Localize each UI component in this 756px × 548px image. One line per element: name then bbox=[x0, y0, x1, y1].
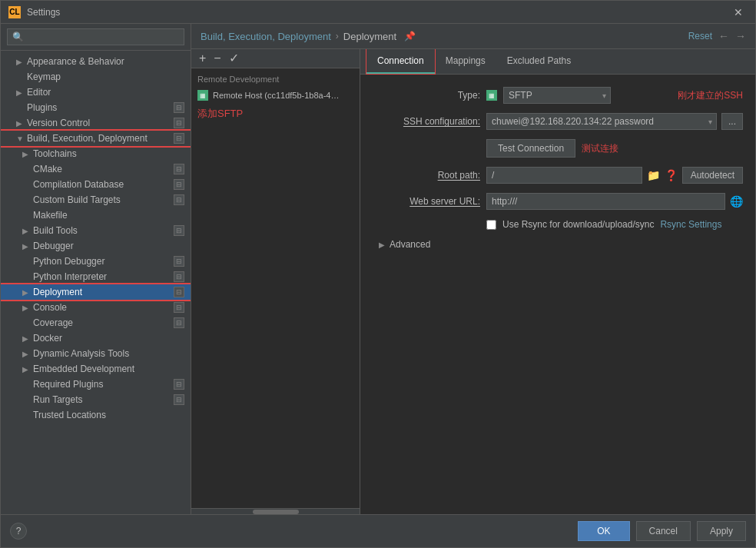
sidebar-item-build-tools[interactable]: ▶ Build Tools ⊟ bbox=[1, 223, 191, 238]
remove-server-button[interactable]: − bbox=[212, 52, 222, 65]
sidebar-label: Debugger bbox=[33, 241, 74, 251]
arrow-icon: ▶ bbox=[22, 304, 30, 312]
badge-icon: ⊟ bbox=[174, 271, 184, 282]
sidebar-label: Toolchains bbox=[33, 148, 77, 159]
tab-connection[interactable]: Connection bbox=[366, 49, 435, 74]
bottom-bar: ? OK Cancel Apply bbox=[1, 514, 755, 547]
deploy-right: Connection Mappings Excluded Paths bbox=[360, 49, 755, 514]
sidebar-item-trusted-locations[interactable]: Trusted Locations bbox=[1, 407, 191, 423]
sidebar-item-console[interactable]: ▶ Console ⊟ bbox=[1, 300, 191, 315]
remote-dev-label: Remote Development bbox=[191, 71, 360, 87]
breadcrumb-current: Deployment bbox=[343, 31, 396, 42]
sidebar-item-coverage[interactable]: Coverage ⊟ bbox=[1, 315, 191, 330]
bottom-left: ? bbox=[10, 523, 27, 540]
confirm-button[interactable]: ✓ bbox=[227, 52, 240, 65]
sidebar-label: Coverage bbox=[33, 317, 73, 328]
badge-icon: ⊟ bbox=[174, 225, 184, 236]
cancel-button[interactable]: Cancel bbox=[636, 521, 691, 541]
globe-button[interactable]: 🌐 bbox=[730, 195, 743, 208]
ok-button[interactable]: OK bbox=[578, 521, 629, 541]
sidebar-item-keymap[interactable]: Keymap bbox=[1, 69, 191, 85]
web-server-url-label: Web server URL: bbox=[373, 196, 480, 207]
server-icon: ▦ bbox=[197, 90, 208, 101]
sidebar-item-version-control[interactable]: ▶ Version Control ⊟ bbox=[1, 115, 191, 131]
sidebar-item-embedded-dev[interactable]: ▶ Embedded Development bbox=[1, 361, 191, 377]
search-input[interactable] bbox=[7, 28, 184, 45]
help-icon-button[interactable]: ❓ bbox=[665, 169, 678, 181]
sidebar-label: Build Tools bbox=[33, 225, 78, 236]
sidebar-label: Trusted Locations bbox=[33, 410, 106, 420]
sidebar-item-cmake[interactable]: CMake ⊟ bbox=[1, 161, 191, 177]
advanced-row[interactable]: ▶ Advanced bbox=[379, 239, 743, 250]
sidebar-label: Version Control bbox=[27, 118, 90, 128]
arrow-icon: ▶ bbox=[22, 242, 30, 251]
ssh-config-select[interactable]: chuwei@192.168.220.134:22 password bbox=[486, 113, 717, 130]
sidebar-item-run-targets[interactable]: Run Targets ⊟ bbox=[1, 392, 191, 407]
web-server-url-input[interactable] bbox=[486, 193, 725, 210]
help-button[interactable]: ? bbox=[10, 523, 27, 540]
reset-button[interactable]: Reset bbox=[688, 31, 712, 42]
type-field: ▦ SFTP 刚才建立的SSH bbox=[486, 87, 743, 104]
sidebar-item-dynamic-analysis[interactable]: ▶ Dynamic Analysis Tools bbox=[1, 346, 191, 361]
sidebar-item-makefile[interactable]: Makefile bbox=[1, 208, 191, 223]
sidebar-label: Dynamic Analysis Tools bbox=[33, 348, 129, 359]
deploy-scrollbar[interactable] bbox=[191, 508, 360, 514]
test-connection-button[interactable]: Test Connection bbox=[486, 139, 575, 158]
autodetect-button[interactable]: Autodetect bbox=[682, 167, 743, 184]
sidebar-label: Plugins bbox=[27, 102, 57, 113]
sidebar-label: Python Interpreter bbox=[33, 271, 107, 282]
sidebar-item-required-plugins[interactable]: Required Plugins ⊟ bbox=[1, 377, 191, 392]
sidebar-item-python-debugger[interactable]: Python Debugger ⊟ bbox=[1, 254, 191, 269]
sidebar-label: Compilation Database bbox=[33, 179, 124, 190]
forward-button[interactable]: → bbox=[735, 30, 746, 42]
sidebar-label: Editor bbox=[27, 87, 51, 98]
sidebar-item-compilation-db[interactable]: Compilation Database ⊟ bbox=[1, 177, 191, 192]
sidebar-item-editor[interactable]: ▶ Editor bbox=[1, 85, 191, 100]
sidebar-item-deployment[interactable]: ▶ Deployment ⊟ bbox=[1, 284, 191, 300]
badge-icon: ⊟ bbox=[174, 317, 184, 328]
sidebar-item-docker[interactable]: ▶ Docker bbox=[1, 330, 191, 346]
remote-host-name: Remote Host (cc11df5b-1b8a-4f68-b... bbox=[213, 91, 340, 100]
type-label: Type: bbox=[373, 90, 480, 101]
test-annotation: 测试连接 bbox=[582, 142, 618, 155]
badge-icon: ⊟ bbox=[174, 302, 184, 313]
sidebar-item-python-interpreter[interactable]: Python Interpreter ⊟ bbox=[1, 269, 191, 284]
rsync-checkbox[interactable] bbox=[486, 220, 496, 230]
remote-host-item[interactable]: ▦ Remote Host (cc11df5b-1b8a-4f68-b... bbox=[191, 87, 360, 104]
arrow-icon: ▶ bbox=[16, 119, 24, 128]
breadcrumb-separator: › bbox=[336, 31, 339, 42]
sidebar-item-appearance-behavior[interactable]: ▶ Appearance & Behavior bbox=[1, 54, 191, 69]
folder-button[interactable]: 📁 bbox=[647, 169, 660, 181]
breadcrumb-actions: Reset ← → bbox=[688, 30, 746, 42]
tab-excluded-paths[interactable]: Excluded Paths bbox=[496, 49, 582, 74]
sidebar-item-build-exec-deploy[interactable]: ▼ Build, Execution, Deployment ⊟ bbox=[1, 131, 191, 146]
deploy-server-content: Remote Development ▦ Remote Host (cc11df… bbox=[191, 68, 360, 508]
breadcrumb-parent[interactable]: Build, Execution, Deployment bbox=[201, 31, 331, 42]
type-select[interactable]: SFTP bbox=[503, 87, 611, 104]
arrow-icon: ▼ bbox=[16, 135, 24, 143]
badge-icon: ⊟ bbox=[174, 179, 184, 190]
sidebar-label: Embedded Development bbox=[33, 364, 134, 374]
add-sftp-link[interactable]: 添加SFTP bbox=[191, 104, 360, 124]
root-path-input[interactable] bbox=[486, 167, 642, 184]
app-icon: CL bbox=[8, 6, 21, 18]
apply-button[interactable]: Apply bbox=[697, 521, 746, 541]
close-button[interactable]: ✕ bbox=[729, 5, 748, 20]
ssh-more-button[interactable]: ... bbox=[721, 113, 743, 130]
ssh-select-wrapper: chuwei@192.168.220.134:22 password bbox=[486, 113, 717, 130]
add-server-button[interactable]: + bbox=[197, 52, 207, 65]
test-connection-row: Test Connection 测试连接 bbox=[373, 139, 743, 158]
web-server-url-field: 🌐 bbox=[486, 193, 743, 210]
back-button[interactable]: ← bbox=[718, 30, 729, 42]
rsync-settings-link[interactable]: Rsync Settings bbox=[660, 219, 721, 230]
tab-mappings[interactable]: Mappings bbox=[435, 49, 496, 74]
sidebar-item-plugins[interactable]: Plugins ⊟ bbox=[1, 100, 191, 115]
sidebar-item-toolchains[interactable]: ▶ Toolchains bbox=[1, 146, 191, 161]
sidebar-label: Python Debugger bbox=[33, 256, 104, 267]
root-path-label: Root path: bbox=[373, 170, 480, 181]
badge-icon: ⊟ bbox=[174, 102, 184, 113]
sidebar-label: Required Plugins bbox=[33, 379, 103, 390]
ssh-config-row: SSH configuration: chuwei@192.168.220.13… bbox=[373, 113, 743, 130]
sidebar-item-debugger[interactable]: ▶ Debugger bbox=[1, 238, 191, 254]
sidebar-item-custom-build-targets[interactable]: Custom Build Targets ⊟ bbox=[1, 192, 191, 208]
